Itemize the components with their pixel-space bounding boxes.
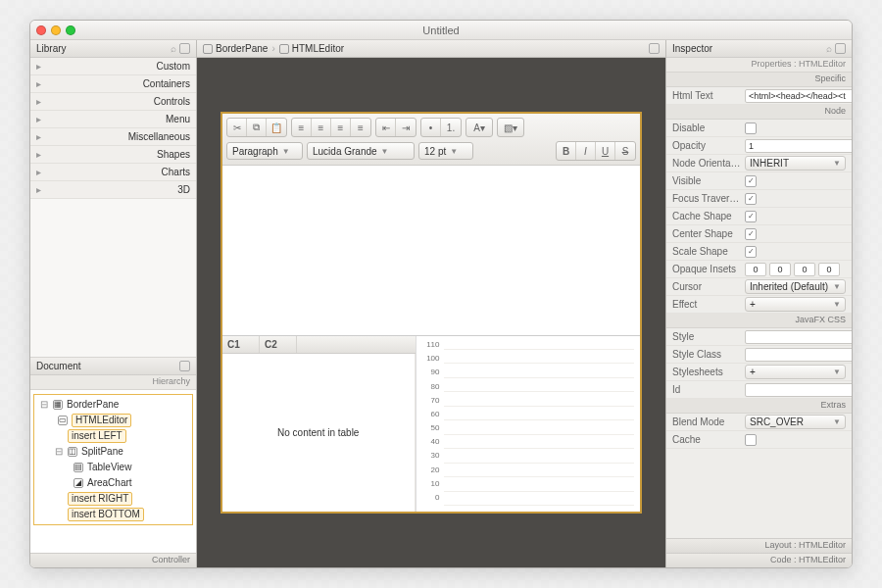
bg-color-icon[interactable]: ▧▾: [498, 119, 523, 136]
prop-label: Visible: [672, 175, 745, 186]
library-category[interactable]: ▸Controls: [30, 93, 196, 111]
breadcrumb-item[interactable]: BorderPane: [203, 43, 268, 54]
cache-shape-checkbox[interactable]: ✓: [745, 211, 757, 222]
insert-slot[interactable]: insert LEFT: [68, 429, 126, 443]
prop-label: Opaque Insets: [672, 264, 745, 274]
disable-checkbox[interactable]: [745, 122, 757, 134]
hierarchy-tree[interactable]: ⊟▦BorderPane ▭HTMLEditor insert LEFT ⊟◫S…: [30, 390, 196, 554]
center-shape-checkbox[interactable]: ✓: [745, 228, 757, 240]
prop-label: Disable: [672, 122, 745, 133]
node-orientation-select[interactable]: INHERIT▼: [745, 156, 846, 171]
prop-label: Scale Shape: [672, 246, 745, 257]
opaque-right[interactable]: [769, 263, 791, 276]
titlebar[interactable]: Untitled: [30, 21, 852, 40]
gear-icon[interactable]: [835, 43, 846, 54]
prop-label: Cache Shape: [672, 211, 745, 221]
opacity-field[interactable]: [745, 139, 852, 153]
bullet-list-icon[interactable]: •: [421, 119, 441, 136]
stylesheets-select[interactable]: +▼: [745, 365, 846, 379]
tree-node[interactable]: SplitPane: [81, 446, 123, 457]
font-combo[interactable]: Lucida Grande▼: [307, 142, 415, 160]
bold-button[interactable]: B: [557, 142, 576, 160]
cache-checkbox[interactable]: [745, 434, 757, 446]
insert-slot[interactable]: insert BOTTOM: [68, 508, 144, 521]
paste-icon[interactable]: 📋: [267, 119, 286, 136]
tree-node[interactable]: TableView: [87, 462, 131, 472]
gear-icon[interactable]: [179, 361, 190, 371]
library-category[interactable]: ▸Shapes: [30, 146, 196, 164]
opaque-left[interactable]: [818, 263, 840, 276]
prop-label: Opacity: [672, 140, 745, 151]
library-category[interactable]: ▸Miscellaneous: [30, 128, 196, 146]
id-field[interactable]: [745, 383, 852, 397]
library-category[interactable]: ▸3D: [30, 181, 196, 199]
align-right-icon[interactable]: ≡: [331, 119, 351, 136]
search-icon[interactable]: ⌕: [171, 43, 176, 54]
chevron-right-icon: ▸: [36, 114, 44, 124]
y-tick-label: 10: [416, 478, 440, 487]
tree-node[interactable]: AreaChart: [87, 477, 132, 488]
controller-tab[interactable]: Controller: [30, 553, 196, 567]
style-class-field[interactable]: [745, 348, 852, 362]
align-center-icon[interactable]: ≡: [312, 119, 331, 136]
opaque-top[interactable]: [745, 263, 766, 276]
chevron-right-icon: ▸: [36, 149, 44, 160]
prop-label: Style Class: [672, 349, 745, 360]
library-category[interactable]: ▸Charts: [30, 164, 196, 181]
htmleditor-body[interactable]: [222, 166, 640, 335]
align-left-icon[interactable]: ≡: [292, 119, 312, 136]
hierarchy-label: Hierarchy: [30, 375, 196, 390]
chevron-down-icon: ▼: [450, 147, 458, 156]
chevron-right-icon: ▸: [36, 167, 44, 177]
prop-label: Cache: [672, 434, 745, 445]
underline-button[interactable]: U: [596, 142, 615, 160]
cut-icon[interactable]: ✂: [227, 119, 247, 136]
opaque-bottom[interactable]: [794, 263, 815, 276]
indent-icon[interactable]: ⇥: [396, 119, 416, 136]
y-tick-label: 80: [416, 381, 440, 390]
layout-tab[interactable]: Layout : HTMLEditor: [666, 538, 852, 553]
focus-checkbox[interactable]: ✓: [745, 193, 757, 205]
html-text-field[interactable]: [745, 89, 852, 103]
fg-color-icon[interactable]: A▾: [466, 119, 492, 136]
insert-slot[interactable]: insert RIGHT: [68, 492, 132, 506]
y-tick-label: 90: [416, 368, 440, 376]
outdent-icon[interactable]: ⇤: [376, 119, 396, 136]
prop-label: Style: [672, 331, 745, 342]
library-category[interactable]: ▸Custom: [30, 58, 196, 75]
library-category[interactable]: ▸Menu: [30, 111, 196, 128]
page-icon[interactable]: [649, 43, 660, 54]
effect-select[interactable]: +▼: [745, 297, 846, 312]
gear-icon[interactable]: [179, 43, 190, 54]
copy-icon[interactable]: ⧉: [247, 119, 267, 136]
disclosure-icon[interactable]: ⊟: [54, 446, 64, 457]
disclosure-icon[interactable]: ⊟: [39, 399, 49, 410]
number-list-icon[interactable]: 1.: [441, 119, 461, 136]
blend-select[interactable]: SRC_OVER▼: [745, 415, 846, 429]
library-category[interactable]: ▸Containers: [30, 75, 196, 93]
document-title: Document: [36, 361, 81, 371]
prop-label: Node Orienta…: [672, 158, 745, 169]
italic-button[interactable]: I: [576, 142, 596, 160]
visible-checkbox[interactable]: ✓: [745, 175, 757, 187]
tableview[interactable]: C1 C2 No content in table: [222, 336, 416, 512]
design-canvas[interactable]: ✂⧉📋 ≡≡≡≡ ⇤⇥ •1. A▾ ▧▾ Paragraph▼ Lucida …: [220, 112, 642, 514]
table-column-header[interactable]: C1: [222, 336, 260, 353]
cursor-select[interactable]: Inherited (Default)▼: [745, 279, 846, 294]
prop-label: Center Shape: [672, 228, 745, 239]
table-column-header[interactable]: C2: [260, 336, 297, 353]
style-field[interactable]: [745, 330, 852, 344]
code-tab[interactable]: Code : HTMLEditor: [666, 553, 852, 567]
tree-node[interactable]: HTMLEditor: [72, 414, 131, 427]
scale-shape-checkbox[interactable]: ✓: [745, 246, 757, 258]
align-justify-icon[interactable]: ≡: [351, 119, 370, 136]
size-combo[interactable]: 12 pt▼: [418, 142, 473, 160]
areachart[interactable]: 0102030405060708090100110: [416, 336, 641, 512]
breadcrumb-item[interactable]: HTMLEditor: [279, 43, 344, 54]
search-icon[interactable]: ⌕: [826, 43, 832, 54]
chevron-down-icon: ▼: [833, 368, 841, 376]
paragraph-combo[interactable]: Paragraph▼: [226, 142, 303, 160]
prop-label: Stylesheets: [672, 367, 745, 377]
strike-button[interactable]: S: [615, 142, 635, 160]
tree-node[interactable]: BorderPane: [67, 399, 119, 410]
